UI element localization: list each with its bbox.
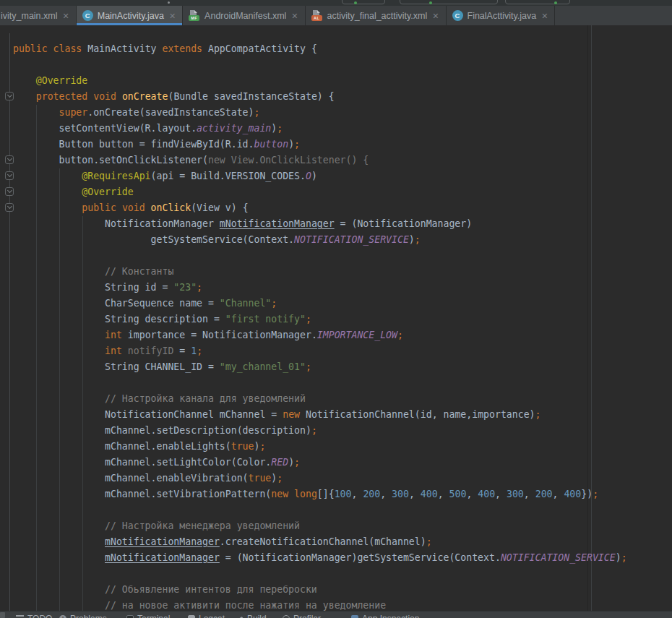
tab-close-icon[interactable]: ✕ <box>432 12 439 20</box>
code-line: int notifyID = 1; <box>13 343 627 359</box>
manifest-icon: MF <box>189 10 200 21</box>
code-line: // Константы <box>13 264 627 280</box>
tool-window-button-app-inspection[interactable]: App Inspection <box>351 614 419 618</box>
code-line: // Настройка канала для уведомлений <box>13 391 627 407</box>
code-line: NotificationManager mNotificationManager… <box>13 216 627 232</box>
code-line: CharSequence name = "Channel"; <box>13 296 627 312</box>
tab-label: MainActivity.java <box>98 11 164 21</box>
tool-window-label: Problems <box>70 614 107 618</box>
tool-window-button-todo[interactable]: TODO <box>16 614 52 618</box>
code-line: mNotificationManager.createNotificationC… <box>13 534 627 550</box>
tool-window-label: Terminal <box>137 614 170 618</box>
toolbar-button-partial[interactable] <box>505 0 570 4</box>
code-line: getSystemService(Context.NOTIFICATION_SE… <box>13 232 627 248</box>
tab-close-icon[interactable]: ✕ <box>541 12 548 20</box>
fold-toggle-icon[interactable] <box>5 187 14 196</box>
code-line: button.setOnClickListener(new View.OnCli… <box>13 153 627 168</box>
code-line: String CHANNEL_ID = "my_channel_01"; <box>13 359 627 375</box>
tool-window-label: App Inspection <box>362 614 419 618</box>
profiler-icon <box>283 615 290 618</box>
tab-close-icon[interactable]: ✕ <box>63 12 69 20</box>
tab-activity_final_acttivity.xml[interactable]: ALactivity_final_acttivity.xml✕ <box>306 6 447 25</box>
tool-window-button-problems[interactable]: !Problems <box>59 614 107 618</box>
tab-AndroidManifest.xml[interactable]: MFAndroidManifest.xml✕ <box>183 6 305 25</box>
tool-window-label: Build <box>247 614 267 618</box>
tab-label: ivity_main.xml <box>1 11 58 21</box>
editor-tab-bar: ivity_main.xml✕CMainActivity.java✕MFAndr… <box>0 6 672 25</box>
code-line: @Override <box>13 73 627 89</box>
run-status-dot <box>429 1 432 4</box>
tool-window-label: TODO <box>27 614 52 618</box>
window-corner-fragment <box>0 612 5 618</box>
tool-window-button-build[interactable]: Build <box>237 614 267 618</box>
ide-window: ivity_main.xml✕CMainActivity.java✕MFAndr… <box>0 0 672 618</box>
code-line: @RequiresApi(api = Build.VERSION_CODES.O… <box>13 168 627 184</box>
tool-window-label: Profiler <box>293 614 321 618</box>
problems-icon: ! <box>59 615 66 618</box>
code-line: NotificationChannel mChannel = new Notif… <box>13 407 627 423</box>
tool-window-button-logcat[interactable]: Logcat <box>188 614 225 618</box>
code-line <box>13 57 627 73</box>
fold-toggle-icon[interactable] <box>5 171 14 180</box>
code-line: protected void onCreate(Bundle savedInst… <box>13 89 627 105</box>
layout-xml-icon: AL <box>311 10 323 21</box>
tab-label: activity_final_acttivity.xml <box>327 11 428 21</box>
inspection-icon <box>351 615 358 618</box>
fold-toggle-icon[interactable] <box>5 92 14 100</box>
code-text[interactable]: public class MainActivity extends AppCom… <box>13 41 627 614</box>
code-line: mChannel.enableLights(true); <box>13 439 627 455</box>
code-line: mChannel.enableVibration(true); <box>13 471 627 486</box>
run-status-dot <box>554 1 557 4</box>
toolbar-strip-partial <box>0 0 672 6</box>
tab-label: AndroidManifest.xml <box>204 11 286 21</box>
code-line: mNotificationManager = (NotificationMana… <box>13 550 627 566</box>
fold-toggle-icon[interactable] <box>5 203 14 212</box>
run-status-dot <box>354 1 357 4</box>
code-line: String id = "23"; <box>13 280 627 296</box>
code-line: setContentView(R.layout.activity_main); <box>13 121 627 137</box>
code-line <box>13 566 627 582</box>
code-editor[interactable]: public class MainActivity extends AppCom… <box>0 25 672 611</box>
tab-label: FinalActtivity.java <box>468 11 537 21</box>
code-line: String description = "first notify"; <box>13 312 627 327</box>
tool-window-bar: TODO!ProblemsTerminalLogcatBuildProfiler… <box>0 611 672 618</box>
code-line <box>13 248 627 264</box>
tool-window-button-terminal[interactable]: Terminal <box>126 614 170 618</box>
todo-icon <box>16 615 24 618</box>
code-line: public class MainActivity extends AppCom… <box>13 41 627 57</box>
code-line: int importance = NotificationManager.IMP… <box>13 327 627 343</box>
tab-MainActivity.java[interactable]: CMainActivity.java✕ <box>77 6 183 25</box>
code-line: Button button = findViewById(R.id.button… <box>13 137 627 153</box>
tab-close-icon[interactable]: ✕ <box>291 12 298 20</box>
code-line <box>13 375 627 391</box>
toolbar-dot <box>168 1 170 4</box>
tab-ivity_main.xml[interactable]: ivity_main.xml✕ <box>0 6 77 25</box>
java-class-icon: C <box>452 10 463 21</box>
code-line: mChannel.setLightColor(Color.RED); <box>13 455 627 471</box>
tool-window-label: Logcat <box>199 614 225 618</box>
gutter-fold-line <box>9 33 10 611</box>
code-line: public void onClick(View v) { <box>13 200 627 216</box>
tab-close-icon[interactable]: ✕ <box>169 12 176 20</box>
code-line: super.onCreate(savedInstanceState); <box>13 105 627 121</box>
code-line: mChannel.setDescription(description); <box>13 423 627 439</box>
toolbar-button-partial[interactable] <box>400 0 498 4</box>
code-line: @Override <box>13 184 627 200</box>
code-line: mChannel.setVibrationPattern(new long[]{… <box>13 486 627 502</box>
code-line <box>13 502 627 518</box>
code-line: // Обьявление интентов для переброски <box>13 582 627 598</box>
fold-toggle-icon[interactable] <box>5 155 14 164</box>
code-line: // Настройка менеджера уведомлений <box>13 518 627 534</box>
logcat-icon <box>188 615 195 618</box>
java-class-icon: C <box>82 10 93 21</box>
toolbar-button-partial[interactable] <box>342 0 385 4</box>
tool-window-button-profiler[interactable]: Profiler <box>283 614 321 618</box>
terminal-icon <box>126 615 134 618</box>
tab-FinalActtivity.java[interactable]: CFinalActtivity.java✕ <box>447 6 556 25</box>
